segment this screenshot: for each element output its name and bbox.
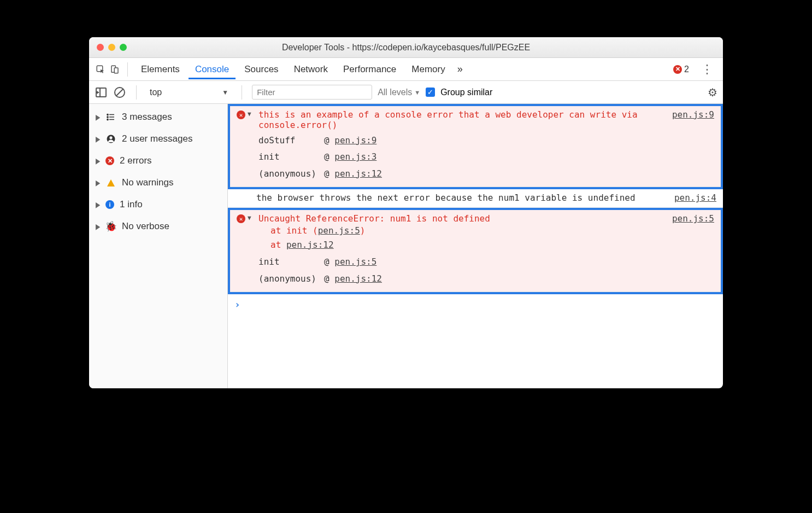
settings-menu-button[interactable]: ⋮ (697, 62, 717, 77)
context-label: top (150, 88, 162, 97)
tab-network[interactable]: Network (287, 60, 334, 79)
group-similar-checkbox[interactable]: ✓ (426, 88, 435, 97)
prompt-caret-icon: › (234, 299, 240, 310)
group-similar-label: Group similar (440, 88, 492, 97)
sidebar-item-messages[interactable]: ▶ 3 messages (89, 106, 227, 128)
collapse-icon[interactable]: ▼ (248, 214, 251, 221)
sidebar-item-info[interactable]: ▶ i 1 info (89, 194, 227, 215)
tab-console[interactable]: Console (189, 60, 236, 79)
titlebar: Developer Tools - https://codepen.io/kay… (89, 37, 723, 58)
filter-input[interactable] (252, 85, 372, 100)
sidebar-item-label: 3 messages (122, 112, 172, 123)
console-sidebar: ▶ 3 messages ▶ 2 user messages ▶ ✕ 2 err… (89, 104, 228, 388)
console-message-error: ✕ ▼ pen.js:9 this is an example of a con… (230, 106, 721, 187)
sidebar-item-label: 2 user messages (122, 133, 192, 144)
sidebar-item-label: No verbose (122, 221, 169, 232)
expand-icon: ▶ (96, 178, 100, 188)
dropdown-arrow-icon: ▼ (414, 89, 420, 96)
devtools-window: Developer Tools - https://codepen.io/kay… (89, 37, 723, 388)
list-icon (105, 112, 116, 123)
separator (127, 62, 128, 77)
svg-point-11 (107, 116, 108, 118)
source-link[interactable]: pen.js:9 (334, 135, 376, 145)
error-message-text: this is an example of a console error th… (252, 109, 714, 130)
console-settings-icon[interactable]: ⚙ (708, 86, 717, 99)
context-dropdown[interactable]: top ▼ (146, 88, 232, 97)
sidebar-item-warnings[interactable]: ▶ No warnings (89, 172, 227, 194)
tab-performance[interactable]: Performance (337, 60, 403, 79)
levels-label: All levels (378, 88, 412, 97)
source-link[interactable]: pen.js:5 (672, 213, 714, 224)
info-message-text: the browser throws the next error becaus… (250, 193, 716, 203)
toggle-sidebar-icon[interactable] (95, 86, 108, 99)
sidebar-item-label: No warnings (122, 177, 174, 188)
stack-frame: (anonymous)@ pen.js:12 (258, 166, 714, 182)
info-icon: i (105, 200, 114, 209)
tab-memory[interactable]: Memory (405, 60, 451, 79)
console-message-info: pen.js:4 the browser throws the next err… (228, 189, 723, 208)
error-count: 2 (684, 65, 689, 74)
separator (136, 85, 137, 100)
user-icon (105, 133, 116, 144)
main-tabbar: Elements Console Sources Network Perform… (89, 58, 723, 81)
console-message-error: ✕ ▼ pen.js:5 Uncaught ReferenceError: nu… (230, 210, 721, 292)
warning-icon (105, 177, 116, 188)
collapse-icon[interactable]: ▼ (248, 110, 251, 118)
error-icon: ✕ (673, 65, 682, 74)
sidebar-item-verbose[interactable]: ▶ 🐞 No verbose (89, 215, 227, 237)
stack-trace: doStuff@ pen.js:9 init@ pen.js:3 (anonym… (252, 132, 714, 182)
source-link[interactable]: pen.js:12 (334, 168, 382, 179)
expand-icon: ▶ (96, 135, 100, 144)
svg-point-12 (107, 119, 108, 120)
error-icon: ✕ (237, 110, 245, 119)
stack-frame: init@ pen.js:5 (258, 254, 714, 270)
stack-frame: doStuff@ pen.js:9 (258, 132, 714, 149)
console-body: ▶ 3 messages ▶ 2 user messages ▶ ✕ 2 err… (89, 104, 723, 388)
stack-trace: init@ pen.js:5 (anonymous)@ pen.js:12 (252, 254, 714, 287)
expand-icon: ▶ (96, 200, 100, 209)
console-prompt[interactable]: › (228, 294, 723, 314)
dropdown-arrow-icon: ▼ (222, 89, 228, 96)
bug-icon: 🐞 (105, 221, 116, 232)
sidebar-item-user-messages[interactable]: ▶ 2 user messages (89, 128, 227, 150)
source-link[interactable]: pen.js:12 (334, 273, 382, 284)
source-link[interactable]: pen.js:12 (286, 240, 334, 250)
sidebar-item-label: 1 info (120, 199, 143, 210)
highlighted-error-2: ✕ ▼ pen.js:5 Uncaught ReferenceError: nu… (228, 208, 723, 294)
error-icon: ✕ (237, 214, 245, 223)
sidebar-item-label: 2 errors (120, 155, 152, 166)
expand-icon: ▶ (96, 156, 100, 166)
tab-sources[interactable]: Sources (238, 60, 285, 79)
inspect-element-icon[interactable] (95, 63, 107, 75)
source-link[interactable]: pen.js:9 (672, 109, 714, 120)
stack-frame: init@ pen.js:3 (258, 149, 714, 165)
svg-line-6 (116, 89, 123, 96)
separator (242, 85, 242, 100)
tab-elements[interactable]: Elements (134, 60, 186, 79)
svg-point-14 (109, 136, 112, 139)
svg-point-10 (107, 114, 108, 115)
stack-frame: (anonymous)@ pen.js:12 (258, 271, 714, 287)
tabs-overflow-button[interactable]: » (454, 61, 466, 77)
log-levels-dropdown[interactable]: All levels ▼ (378, 88, 420, 97)
console-output: ✕ ▼ pen.js:9 this is an example of a con… (228, 104, 723, 388)
error-icon: ✕ (105, 156, 114, 165)
device-toolbar-icon[interactable] (109, 63, 121, 75)
expand-icon: ▶ (96, 113, 100, 122)
error-message-text: Uncaught ReferenceError: num1 is not def… (252, 213, 714, 224)
svg-rect-2 (114, 68, 118, 73)
source-link[interactable]: pen.js:5 (334, 256, 376, 267)
console-toolbar: top ▼ All levels ▼ ✓ Group similar ⚙ (89, 81, 723, 104)
expand-icon: ▶ (96, 222, 100, 231)
highlighted-error-1: ✕ ▼ pen.js:9 this is an example of a con… (228, 104, 723, 189)
source-link[interactable]: pen.js:4 (674, 193, 716, 203)
source-link[interactable]: pen.js:5 (318, 225, 360, 236)
window-title: Developer Tools - https://codepen.io/kay… (89, 43, 723, 53)
clear-console-icon[interactable] (113, 86, 126, 99)
inline-stack: at init (pen.js:5) at pen.js:12 (252, 224, 714, 252)
source-link[interactable]: pen.js:3 (334, 151, 376, 162)
error-count-badge[interactable]: ✕ 2 (673, 65, 689, 74)
sidebar-item-errors[interactable]: ▶ ✕ 2 errors (89, 150, 227, 172)
